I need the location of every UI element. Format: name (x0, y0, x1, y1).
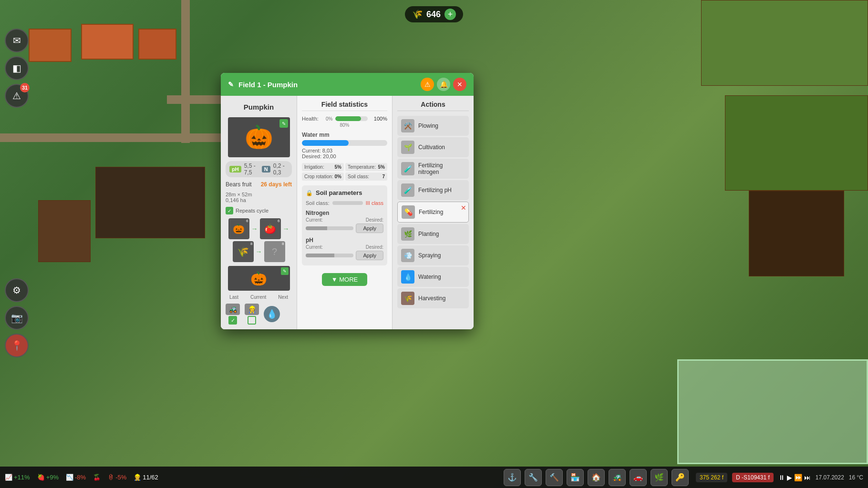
water-current-label: Current: (302, 148, 321, 153)
health-max: 100% (371, 116, 387, 122)
fertilizing-close-button[interactable]: ✕ (461, 204, 466, 212)
warning-button[interactable]: ⚠ (421, 78, 434, 91)
tool-anchor[interactable]: ⚓ (504, 469, 521, 486)
fertilizing-ph-label: Fertilizing pH (418, 187, 452, 193)
apply-nitrogen-button[interactable]: Apply (356, 224, 383, 233)
health-section: Health: 0% 100% 80% (302, 116, 387, 128)
tool-key[interactable]: 🔑 (672, 469, 689, 486)
size-info: 28m × 52m 0,146 ha (226, 192, 292, 203)
water-droplet-icon[interactable]: 💧 (264, 306, 280, 322)
action-harvesting[interactable]: 🌾 Harvesting (397, 288, 469, 308)
temperature-label: Temperature: (348, 164, 376, 170)
soil-class-value: III class (366, 200, 383, 206)
crop-stats-row: pH 5,5 - 7,5 N 0,2 - 0,3 (226, 161, 292, 177)
tool-hammer[interactable]: 🔨 (546, 469, 563, 486)
tractor-check[interactable]: ✓ (228, 316, 237, 325)
tool-harvester[interactable]: 🚗 (630, 469, 647, 486)
harvesting-icon: 🌾 (401, 292, 414, 305)
n-range: 0,2 - 0,3 (273, 163, 288, 176)
alert-button[interactable]: ⚠ 31 (5, 84, 29, 108)
greenhouse (677, 359, 868, 464)
seq-item-tomato[interactable]: 🍅 6 (260, 218, 281, 239)
nitrogen-label: Nitrogen (306, 210, 383, 216)
settings-button[interactable]: ⚙ (5, 278, 29, 302)
add-currency-button[interactable]: + (444, 9, 456, 20)
dialog-header: ✎ Field 1 - Pumpkin ⚠ 🔔 ✕ (221, 73, 474, 96)
irrigation-stat: Irrigation: 5% (302, 163, 344, 171)
action-fertilizing-nitrogen[interactable]: 🧪 Fertilizing nitrogen (397, 159, 469, 179)
layers-button[interactable]: ◧ (5, 56, 29, 80)
trend-value: +11% (14, 474, 30, 481)
action-watering[interactable]: 💧 Watering (397, 267, 469, 287)
crop-sequence: 🎃 6 → 🍅 6 → 🌾 8 → ? 8 (226, 218, 292, 262)
map-marker-button[interactable]: 📍 (5, 334, 29, 357)
action-fertilizing-ph[interactable]: 🧪 Fertilizing pH (397, 180, 469, 200)
seq-item-unknown[interactable]: ? 8 (264, 241, 285, 262)
building (81, 24, 134, 60)
field-stats-title: Field statistics (302, 101, 387, 111)
tool-tractor[interactable]: 🚜 (609, 469, 626, 486)
bell-button[interactable]: 🔔 (437, 78, 450, 91)
watering-icon: 💧 (401, 270, 414, 284)
stat-barrel: 🛢 -5% (108, 474, 126, 481)
seq-item-wheat[interactable]: 🌾 8 (233, 241, 254, 262)
more-button-container: ▼ MORE (302, 269, 387, 290)
soil-class-row: Soil class: III class (306, 200, 383, 206)
seq-arrow-2: → (283, 225, 289, 233)
currency-icon: 🌾 (412, 9, 423, 20)
nitrogen-bar (306, 226, 353, 230)
play-button[interactable]: ▶ (787, 474, 792, 481)
trend-icon: 📈 (5, 474, 12, 481)
tool-house[interactable]: 🏠 (588, 469, 605, 486)
close-button[interactable]: ✕ (453, 78, 466, 91)
action-planting[interactable]: 🌿 Planting (397, 224, 469, 244)
soil-parameters-section: 🔒 Soil parameters Soil class: III class … (302, 185, 387, 265)
field-dialog: ✎ Field 1 - Pumpkin ⚠ 🔔 ✕ Pumpkin 🎃 ✎ pH… (221, 73, 474, 329)
plowing-icon: ⚒️ (401, 119, 414, 132)
down-value: -8% (75, 474, 86, 481)
pause-button[interactable]: ⏸ (778, 474, 785, 481)
temperature-display: 16 °C (849, 474, 863, 481)
seq-item-pumpkin[interactable]: 🎃 6 (228, 218, 249, 239)
repeats-cycle-checkbox[interactable]: ✓ (226, 207, 233, 214)
apply-ph-button[interactable]: Apply (356, 251, 383, 260)
worker-icon-group: 👷 (245, 304, 259, 325)
currency-value: 646 (426, 10, 441, 20)
action-spraying[interactable]: 💨 Spraying (397, 245, 469, 265)
repeats-cycle-label: Repeats cycle (236, 208, 269, 214)
fast-forward-button[interactable]: ⏩ (794, 474, 802, 481)
crop-image-box: 🎃 ✎ (228, 117, 290, 157)
health-row: Health: 0% 100% (302, 116, 387, 122)
action-plowing[interactable]: ⚒️ Plowing (397, 116, 469, 136)
fast-forward-2-button[interactable]: ⏭ (804, 474, 811, 481)
worker-check[interactable] (248, 316, 256, 325)
alert-badge: 31 (20, 83, 30, 92)
water-bar-fill (302, 140, 349, 146)
stat-down: 📉 -8% (66, 474, 86, 481)
tractor-icon[interactable]: 🚜 (226, 304, 240, 315)
action-cultivation[interactable]: 🌱 Cultivation (397, 137, 469, 157)
tool-wrench[interactable]: 🔧 (525, 469, 542, 486)
tool-shop[interactable]: 🏪 (567, 469, 584, 486)
crop-edit-button[interactable]: ✎ (279, 119, 288, 128)
mail-button[interactable]: ✉ (5, 29, 29, 52)
ph-badge: pH (229, 166, 241, 173)
action-fertilizing[interactable]: 💊 Fertilizing ✕ (397, 202, 469, 223)
date-display: 17.07.2022 (816, 474, 844, 481)
nitrogen-desired-label: Desired: (366, 217, 383, 223)
bottom-right: 375 262 f D -S109431 f ⏸ ▶ ⏩ ⏭ 17.07.202… (696, 473, 863, 482)
field-size: 28m × 52m (226, 192, 292, 197)
worker-icon[interactable]: 👷 (245, 304, 259, 315)
fertilizing-nitrogen-icon: 🧪 (401, 162, 414, 175)
more-button[interactable]: ▼ MORE (322, 273, 367, 286)
pumpkin-title: Pumpkin (244, 101, 274, 113)
camera-button[interactable]: 📷 (5, 306, 29, 330)
current-slot: 🎃 ✎ (228, 266, 290, 291)
tool-leaf[interactable]: 🌿 (651, 469, 668, 486)
crop-rotation-label: Crop rotation: (304, 174, 333, 179)
ph-values-row: Current: Desired: (306, 244, 383, 250)
slot-edit-button[interactable]: ✎ (281, 267, 289, 275)
soil-title-row: 🔒 Soil parameters (306, 189, 383, 196)
stat-strawberry: 🍓 +9% (37, 474, 59, 481)
crop-rotation-stat: Crop rotation: 0% (302, 173, 344, 181)
